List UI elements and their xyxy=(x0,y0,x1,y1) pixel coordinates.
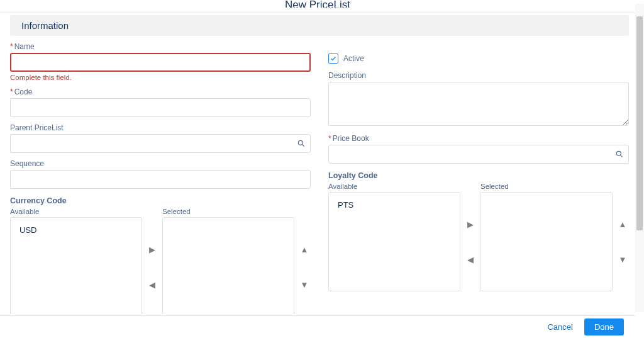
loyalty-code-title: Loyalty Code xyxy=(328,171,629,180)
move-right-icon[interactable]: ▶ xyxy=(467,220,474,229)
header-divider xyxy=(0,13,635,13)
code-label: Code xyxy=(10,87,311,96)
svg-line-3 xyxy=(620,155,622,157)
list-item[interactable]: USD xyxy=(19,225,133,235)
currency-available-label: Available xyxy=(10,208,142,215)
section-header-information: Information xyxy=(10,15,629,36)
svg-line-1 xyxy=(302,144,304,146)
loyalty-selected-label: Selected xyxy=(480,183,613,190)
name-input[interactable] xyxy=(10,53,311,72)
dialog-footer: Cancel Done xyxy=(0,315,635,338)
cancel-button[interactable]: Cancel xyxy=(547,322,572,332)
loyalty-selected-list[interactable] xyxy=(480,192,613,291)
active-checkbox[interactable] xyxy=(328,54,338,64)
done-button[interactable]: Done xyxy=(584,318,624,335)
name-error-message: Complete this field. xyxy=(10,74,311,81)
currency-code-title: Currency Code xyxy=(10,196,311,205)
currency-selected-list[interactable] xyxy=(162,217,294,314)
move-down-icon[interactable]: ▼ xyxy=(301,280,309,290)
description-textarea[interactable] xyxy=(328,82,629,126)
move-down-icon[interactable]: ▼ xyxy=(619,255,627,264)
currency-selected-label: Selected xyxy=(162,208,294,215)
svg-point-0 xyxy=(298,140,303,145)
currency-available-list[interactable]: USD xyxy=(10,217,142,314)
move-left-icon[interactable]: ◀ xyxy=(149,280,155,290)
dialog-title: New PriceList xyxy=(0,0,635,8)
scrollbar-thumb[interactable] xyxy=(636,16,643,230)
svg-point-2 xyxy=(616,151,621,155)
list-item[interactable]: PTS xyxy=(338,200,451,210)
name-label: Name xyxy=(10,42,311,51)
parent-pricelist-input[interactable] xyxy=(10,134,311,153)
form-content: Information Name Complete this field. Co… xyxy=(10,15,629,314)
move-up-icon[interactable]: ▲ xyxy=(619,220,627,229)
loyalty-available-list[interactable]: PTS xyxy=(328,192,460,291)
move-up-icon[interactable]: ▲ xyxy=(301,245,309,254)
search-icon[interactable] xyxy=(297,139,306,148)
loyalty-available-label: Available xyxy=(328,183,460,190)
code-input[interactable] xyxy=(10,98,311,117)
active-label: Active xyxy=(343,54,364,63)
sequence-label: Sequence xyxy=(10,159,311,168)
vertical-scrollbar[interactable] xyxy=(635,4,644,312)
price-book-label: Price Book xyxy=(328,134,629,143)
price-book-input[interactable] xyxy=(328,145,629,164)
move-right-icon[interactable]: ▶ xyxy=(149,245,155,254)
parent-pricelist-label: Parent PriceList xyxy=(10,123,311,132)
search-icon[interactable] xyxy=(615,150,624,159)
sequence-input[interactable] xyxy=(10,170,311,189)
check-icon xyxy=(330,55,336,62)
description-label: Description xyxy=(328,71,629,80)
move-left-icon[interactable]: ◀ xyxy=(467,255,474,264)
